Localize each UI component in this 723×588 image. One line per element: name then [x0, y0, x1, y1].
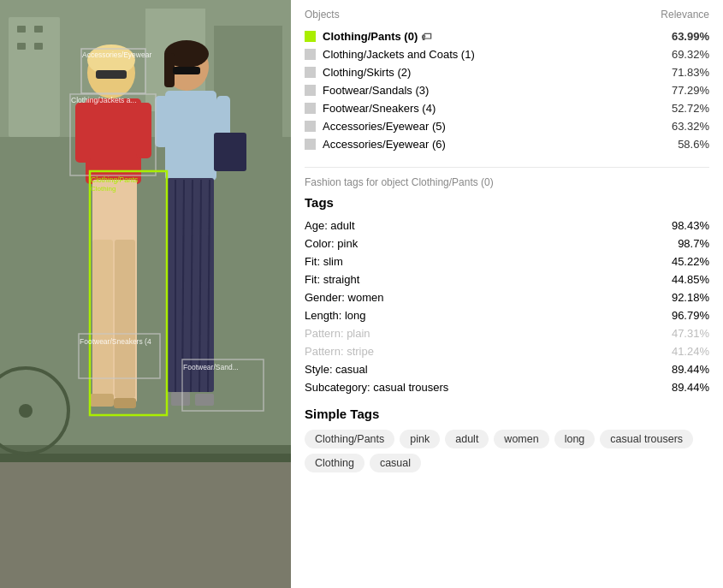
- svg-rect-6: [17, 26, 26, 33]
- simple-tag-0[interactable]: Clothing/Pants: [305, 430, 394, 448]
- object-color-5: [305, 121, 316, 132]
- tag-row-8: Style: casual89.44%: [305, 360, 709, 378]
- object-name-6: Accessories/Eyewear (6): [323, 138, 662, 151]
- svg-text:Clothing/Pants: Clothing/Pants: [91, 175, 138, 184]
- svg-rect-31: [155, 96, 169, 147]
- object-row-2[interactable]: Clothing/Skirts (2)71.83%: [305, 63, 709, 81]
- svg-rect-19: [75, 103, 91, 163]
- tag-row-5: Length: long96.79%: [305, 306, 709, 324]
- tag-row-4: Gender: women92.18%: [305, 288, 709, 306]
- tag-value-9: 89.44%: [662, 381, 709, 394]
- object-color-0: [305, 31, 316, 42]
- tag-row-1: Color: pink98.7%: [305, 235, 709, 252]
- object-row-3[interactable]: Footwear/Sandals (3)77.29%: [305, 81, 709, 99]
- tag-name-2: Fit: slim: [305, 255, 343, 268]
- object-row-0[interactable]: Clothing/Pants (0)🏷63.99%: [305, 27, 709, 45]
- simple-tag-1[interactable]: pink: [400, 430, 440, 448]
- tag-value-1: 98.7%: [662, 237, 709, 250]
- tag-row-9: Subcategory: casual trousers89.44%: [305, 378, 709, 396]
- tag-value-5: 96.79%: [662, 309, 709, 322]
- image-panel: Accessories/Eyewear Clothing/Jackets a..…: [0, 0, 291, 588]
- svg-rect-33: [214, 133, 246, 171]
- tag-icon: 🏷: [421, 31, 431, 43]
- object-row-5[interactable]: Accessories/Eyewear (5)63.32%: [305, 117, 709, 135]
- svg-rect-2: [9, 17, 60, 137]
- simple-tag-6[interactable]: Clothing: [305, 454, 364, 472]
- object-name-2: Clothing/Skirts (2): [323, 66, 662, 79]
- svg-rect-17: [96, 70, 127, 79]
- object-color-1: [305, 49, 316, 60]
- svg-text:Accessories/Eyewear: Accessories/Eyewear: [82, 50, 151, 59]
- tag-name-6: Pattern: plain: [305, 327, 370, 340]
- tag-row-6: Pattern: plain47.31%: [305, 324, 709, 342]
- object-name-0: Clothing/Pants (0)🏷: [323, 30, 662, 43]
- object-name-1: Clothing/Jackets and Coats (1): [323, 48, 662, 61]
- object-row-1[interactable]: Clothing/Jackets and Coats (1)69.32%: [305, 45, 709, 63]
- svg-text:Footwear/Sand...: Footwear/Sand...: [183, 363, 239, 371]
- tag-row-0: Age: adult98.43%: [305, 217, 709, 235]
- object-relevance-0: 63.99%: [662, 30, 709, 43]
- svg-rect-24: [90, 394, 114, 407]
- svg-rect-7: [34, 26, 43, 33]
- object-relevance-2: 71.83%: [662, 66, 709, 79]
- svg-text:Clothing/Jackets a...: Clothing/Jackets a...: [71, 96, 137, 104]
- tag-value-7: 41.24%: [662, 345, 709, 358]
- photo-background: Accessories/Eyewear Clothing/Jackets a..…: [0, 0, 291, 588]
- svg-rect-9: [34, 43, 43, 50]
- simple-tags-container: Clothing/Pantspinkadultwomenlongcasual t…: [305, 430, 709, 472]
- tag-name-4: Gender: women: [305, 291, 384, 304]
- svg-rect-30: [165, 91, 216, 181]
- object-relevance-4: 52.72%: [662, 102, 709, 115]
- object-row-4[interactable]: Footwear/Sneakers (4)52.72%: [305, 99, 709, 117]
- svg-rect-12: [0, 462, 291, 588]
- svg-text:Clothing: Clothing: [91, 185, 116, 193]
- tag-row-2: Fit: slim45.22%: [305, 252, 709, 270]
- fashion-tags-subheader: Fashion tags for object Clothing/Pants (…: [305, 176, 709, 188]
- object-color-2: [305, 67, 316, 78]
- svg-rect-20: [136, 103, 151, 158]
- relevance-label: Relevance: [661, 9, 709, 21]
- tag-value-6: 47.31%: [662, 327, 709, 340]
- object-name-5: Accessories/Eyewear (5): [323, 120, 662, 133]
- svg-rect-8: [17, 43, 26, 50]
- tag-name-3: Fit: straight: [305, 273, 359, 286]
- object-relevance-6: 58.6%: [662, 138, 709, 151]
- svg-rect-23: [115, 240, 135, 398]
- tag-row-7: Pattern: stripe41.24%: [305, 342, 709, 360]
- simple-tag-4[interactable]: long: [554, 430, 596, 448]
- tag-name-7: Pattern: stripe: [305, 345, 374, 358]
- object-color-4: [305, 103, 316, 114]
- tag-value-0: 98.43%: [662, 219, 709, 232]
- object-name-4: Footwear/Sneakers (4): [323, 102, 662, 115]
- tag-row-3: Fit: straight44.85%: [305, 270, 709, 288]
- object-color-6: [305, 139, 316, 150]
- object-color-3: [305, 85, 316, 96]
- object-relevance-1: 69.32%: [662, 48, 709, 61]
- simple-tag-2[interactable]: adult: [445, 430, 489, 448]
- divider-1: [305, 167, 709, 168]
- tag-name-8: Style: casual: [305, 363, 368, 376]
- svg-text:Footwear/Sneakers (4: Footwear/Sneakers (4: [80, 337, 151, 346]
- tag-name-1: Color: pink: [305, 237, 358, 250]
- tag-value-4: 92.18%: [662, 291, 709, 304]
- svg-rect-40: [171, 392, 190, 406]
- object-relevance-3: 77.29%: [662, 84, 709, 97]
- tag-name-0: Age: adult: [305, 219, 355, 232]
- object-name-3: Footwear/Sandals (3): [323, 84, 662, 97]
- tags-list: Age: adult98.43%Color: pink98.7%Fit: sli…: [305, 217, 709, 396]
- simple-tag-7[interactable]: casual: [370, 454, 421, 472]
- svg-rect-41: [195, 394, 214, 406]
- tag-name-9: Subcategory: casual trousers: [305, 381, 448, 394]
- object-relevance-5: 63.32%: [662, 120, 709, 133]
- object-row-6[interactable]: Accessories/Eyewear (6)58.6%: [305, 135, 709, 153]
- objects-label: Objects: [305, 9, 340, 21]
- simple-tags-title: Simple Tags: [305, 407, 709, 421]
- svg-rect-11: [0, 454, 291, 462]
- svg-point-14: [19, 404, 33, 418]
- simple-tag-5[interactable]: casual trousers: [600, 430, 693, 448]
- objects-list: Clothing/Pants (0)🏷63.99%Clothing/Jacket…: [305, 27, 709, 153]
- svg-rect-25: [114, 398, 136, 408]
- objects-section-header: Objects Relevance: [305, 9, 709, 21]
- svg-rect-29: [173, 67, 200, 74]
- simple-tag-3[interactable]: women: [494, 430, 548, 448]
